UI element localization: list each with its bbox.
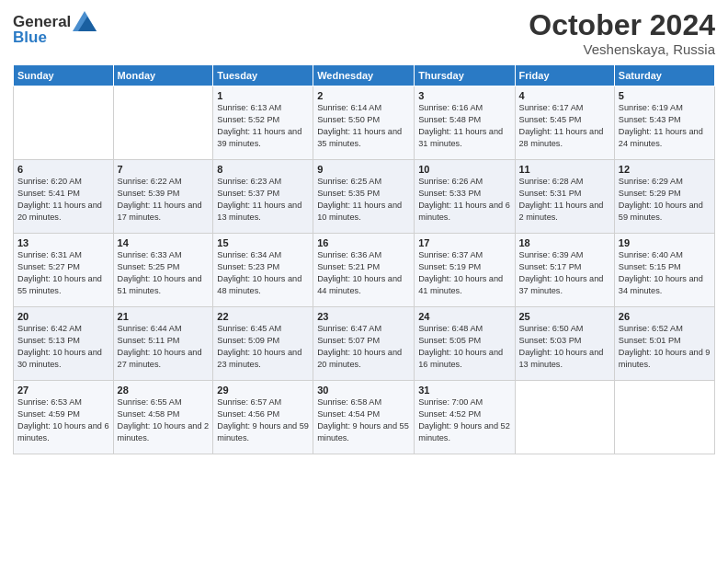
day-number: 7 bbox=[118, 164, 210, 175]
calendar-cell: 29 Sunrise: 6:57 AMSunset: 4:56 PMDaylig… bbox=[213, 381, 313, 454]
day-info: Sunrise: 6:22 AMSunset: 5:39 PMDaylight:… bbox=[118, 177, 202, 222]
day-info: Sunrise: 6:19 AMSunset: 5:43 PMDaylight:… bbox=[619, 103, 703, 148]
day-number: 23 bbox=[317, 311, 410, 322]
day-number: 30 bbox=[317, 385, 410, 396]
calendar-cell: 2 Sunrise: 6:14 AMSunset: 5:50 PMDayligh… bbox=[313, 86, 415, 160]
day-info: Sunrise: 6:48 AMSunset: 5:05 PMDaylight:… bbox=[418, 324, 503, 369]
day-info: Sunrise: 6:44 AMSunset: 5:11 PMDaylight:… bbox=[118, 324, 202, 369]
calendar-cell: 9 Sunrise: 6:25 AMSunset: 5:35 PMDayligh… bbox=[313, 160, 415, 234]
calendar-week-4: 20 Sunrise: 6:42 AMSunset: 5:13 PMDaylig… bbox=[14, 307, 715, 381]
day-number: 17 bbox=[418, 237, 510, 248]
month-title: October 2024 bbox=[529, 9, 715, 41]
calendar-cell bbox=[14, 86, 114, 160]
day-number: 19 bbox=[619, 237, 711, 248]
calendar-cell: 21 Sunrise: 6:44 AMSunset: 5:11 PMDaylig… bbox=[113, 307, 213, 381]
calendar-cell: 5 Sunrise: 6:19 AMSunset: 5:43 PMDayligh… bbox=[614, 86, 714, 160]
day-number: 6 bbox=[17, 164, 109, 175]
calendar-cell: 4 Sunrise: 6:17 AMSunset: 5:45 PMDayligh… bbox=[515, 86, 614, 160]
calendar-cell: 20 Sunrise: 6:42 AMSunset: 5:13 PMDaylig… bbox=[14, 307, 114, 381]
day-info: Sunrise: 6:52 AMSunset: 5:01 PMDaylight:… bbox=[619, 324, 711, 369]
day-info: Sunrise: 6:42 AMSunset: 5:13 PMDaylight:… bbox=[17, 324, 102, 369]
day-number: 1 bbox=[217, 90, 309, 101]
day-info: Sunrise: 6:28 AMSunset: 5:31 PMDaylight:… bbox=[519, 177, 604, 222]
calendar-cell bbox=[515, 381, 614, 454]
calendar-cell: 25 Sunrise: 6:50 AMSunset: 5:03 PMDaylig… bbox=[515, 307, 614, 381]
calendar-cell: 10 Sunrise: 6:26 AMSunset: 5:33 PMDaylig… bbox=[415, 160, 515, 234]
day-info: Sunrise: 6:58 AMSunset: 4:54 PMDaylight:… bbox=[317, 397, 409, 442]
day-info: Sunrise: 6:55 AMSunset: 4:58 PMDaylight:… bbox=[118, 397, 210, 442]
day-number: 3 bbox=[418, 90, 510, 101]
day-number: 31 bbox=[418, 385, 510, 396]
header-wednesday: Wednesday bbox=[313, 65, 415, 86]
logo-icon bbox=[73, 11, 97, 31]
day-info: Sunrise: 6:34 AMSunset: 5:23 PMDaylight:… bbox=[217, 250, 301, 295]
header-friday: Friday bbox=[515, 65, 614, 86]
calendar-cell: 26 Sunrise: 6:52 AMSunset: 5:01 PMDaylig… bbox=[614, 307, 714, 381]
day-info: Sunrise: 6:13 AMSunset: 5:52 PMDaylight:… bbox=[217, 103, 301, 148]
day-number: 2 bbox=[317, 90, 410, 101]
day-number: 15 bbox=[217, 237, 309, 248]
calendar-cell: 22 Sunrise: 6:45 AMSunset: 5:09 PMDaylig… bbox=[213, 307, 313, 381]
day-number: 5 bbox=[619, 90, 711, 101]
day-info: Sunrise: 6:39 AMSunset: 5:17 PMDaylight:… bbox=[519, 250, 604, 295]
calendar-header-row: Sunday Monday Tuesday Wednesday Thursday… bbox=[14, 65, 715, 86]
day-info: Sunrise: 6:36 AMSunset: 5:21 PMDaylight:… bbox=[317, 250, 402, 295]
calendar-cell bbox=[113, 86, 213, 160]
day-number: 9 bbox=[317, 164, 410, 175]
calendar-cell: 11 Sunrise: 6:28 AMSunset: 5:31 PMDaylig… bbox=[515, 160, 614, 234]
page: General Blue October 2024 Veshenskaya, R… bbox=[0, 0, 728, 563]
header-monday: Monday bbox=[113, 65, 213, 86]
logo-blue: Blue bbox=[13, 29, 97, 47]
calendar-week-1: 1 Sunrise: 6:13 AMSunset: 5:52 PMDayligh… bbox=[14, 86, 715, 160]
day-number: 26 bbox=[619, 311, 711, 322]
calendar-cell: 27 Sunrise: 6:53 AMSunset: 4:59 PMDaylig… bbox=[14, 381, 114, 454]
calendar-cell: 19 Sunrise: 6:40 AMSunset: 5:15 PMDaylig… bbox=[614, 234, 714, 307]
day-number: 29 bbox=[217, 385, 309, 396]
calendar-cell: 13 Sunrise: 6:31 AMSunset: 5:27 PMDaylig… bbox=[14, 234, 114, 307]
calendar-cell: 31 Sunrise: 7:00 AMSunset: 4:52 PMDaylig… bbox=[415, 381, 515, 454]
day-number: 12 bbox=[619, 164, 711, 175]
calendar-cell: 15 Sunrise: 6:34 AMSunset: 5:23 PMDaylig… bbox=[213, 234, 313, 307]
logo: General Blue bbox=[13, 13, 97, 47]
day-number: 22 bbox=[217, 311, 309, 322]
day-info: Sunrise: 6:37 AMSunset: 5:19 PMDaylight:… bbox=[418, 250, 503, 295]
calendar-cell: 16 Sunrise: 6:36 AMSunset: 5:21 PMDaylig… bbox=[313, 234, 415, 307]
day-number: 4 bbox=[519, 90, 610, 101]
day-info: Sunrise: 6:50 AMSunset: 5:03 PMDaylight:… bbox=[519, 324, 604, 369]
header-sunday: Sunday bbox=[14, 65, 114, 86]
day-number: 20 bbox=[17, 311, 109, 322]
calendar-cell: 14 Sunrise: 6:33 AMSunset: 5:25 PMDaylig… bbox=[113, 234, 213, 307]
day-number: 25 bbox=[519, 311, 610, 322]
calendar-cell bbox=[614, 381, 714, 454]
day-info: Sunrise: 6:45 AMSunset: 5:09 PMDaylight:… bbox=[217, 324, 301, 369]
calendar-cell: 30 Sunrise: 6:58 AMSunset: 4:54 PMDaylig… bbox=[313, 381, 415, 454]
day-number: 16 bbox=[317, 237, 410, 248]
day-info: Sunrise: 6:16 AMSunset: 5:48 PMDaylight:… bbox=[418, 103, 503, 148]
day-info: Sunrise: 7:00 AMSunset: 4:52 PMDaylight:… bbox=[418, 397, 510, 442]
calendar-cell: 23 Sunrise: 6:47 AMSunset: 5:07 PMDaylig… bbox=[313, 307, 415, 381]
day-number: 10 bbox=[418, 164, 510, 175]
day-number: 24 bbox=[418, 311, 510, 322]
calendar-cell: 12 Sunrise: 6:29 AMSunset: 5:29 PMDaylig… bbox=[614, 160, 714, 234]
day-info: Sunrise: 6:33 AMSunset: 5:25 PMDaylight:… bbox=[118, 250, 202, 295]
day-number: 14 bbox=[118, 237, 210, 248]
calendar-cell: 6 Sunrise: 6:20 AMSunset: 5:41 PMDayligh… bbox=[14, 160, 114, 234]
day-number: 8 bbox=[217, 164, 309, 175]
day-info: Sunrise: 6:29 AMSunset: 5:29 PMDaylight:… bbox=[619, 177, 703, 222]
calendar-cell: 17 Sunrise: 6:37 AMSunset: 5:19 PMDaylig… bbox=[415, 234, 515, 307]
day-info: Sunrise: 6:25 AMSunset: 5:35 PMDaylight:… bbox=[317, 177, 402, 222]
day-number: 27 bbox=[17, 385, 109, 396]
day-info: Sunrise: 6:40 AMSunset: 5:15 PMDaylight:… bbox=[619, 250, 703, 295]
day-info: Sunrise: 6:53 AMSunset: 4:59 PMDaylight:… bbox=[17, 397, 109, 442]
calendar-table: Sunday Monday Tuesday Wednesday Thursday… bbox=[13, 64, 715, 454]
day-number: 28 bbox=[118, 385, 210, 396]
day-number: 18 bbox=[519, 237, 610, 248]
day-info: Sunrise: 6:14 AMSunset: 5:50 PMDaylight:… bbox=[317, 103, 402, 148]
day-info: Sunrise: 6:47 AMSunset: 5:07 PMDaylight:… bbox=[317, 324, 402, 369]
day-number: 11 bbox=[519, 164, 610, 175]
day-info: Sunrise: 6:31 AMSunset: 5:27 PMDaylight:… bbox=[17, 250, 102, 295]
calendar-cell: 24 Sunrise: 6:48 AMSunset: 5:05 PMDaylig… bbox=[415, 307, 515, 381]
calendar-cell: 28 Sunrise: 6:55 AMSunset: 4:58 PMDaylig… bbox=[113, 381, 213, 454]
day-info: Sunrise: 6:17 AMSunset: 5:45 PMDaylight:… bbox=[519, 103, 604, 148]
header: General Blue October 2024 Veshenskaya, R… bbox=[13, 9, 715, 57]
